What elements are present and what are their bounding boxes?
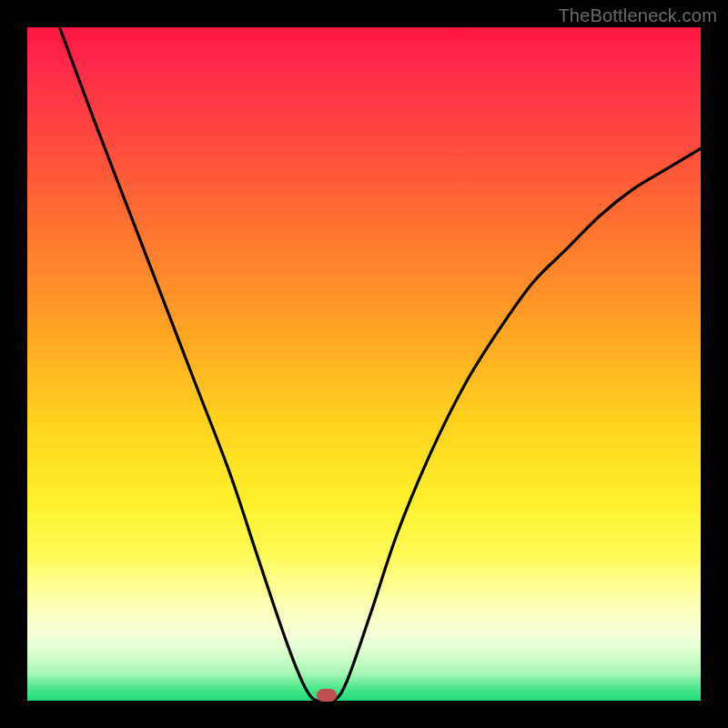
optimum-marker [317,689,337,702]
plot-area [27,27,701,701]
curve-svg [27,27,701,701]
bottleneck-curve-path [60,27,701,701]
chart-frame: TheBottleneck.com [0,0,728,728]
watermark-text: TheBottleneck.com [558,5,717,26]
